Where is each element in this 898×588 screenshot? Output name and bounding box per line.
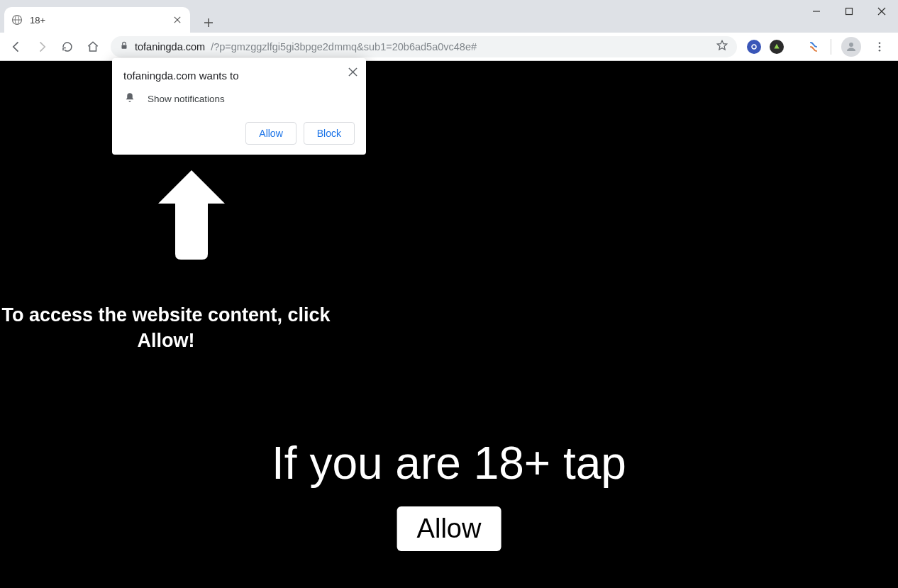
toolbar: tofaningda.com/?p=gmzggzlfgi5gi3bpge2dmm… — [0, 33, 898, 61]
svg-point-14 — [879, 42, 881, 44]
extension-icons — [744, 37, 892, 57]
tabstrip: 18+ — [4, 4, 218, 33]
extension-icon-1[interactable] — [747, 40, 761, 54]
menu-button[interactable] — [870, 37, 889, 57]
page-allow-button[interactable]: Allow — [397, 506, 501, 551]
popup-allow-button[interactable]: Allow — [245, 122, 296, 145]
globe-icon — [11, 14, 23, 26]
notification-permission-popup: tofaningda.com wants to Show notificatio… — [112, 58, 366, 155]
bookmark-star-icon[interactable] — [716, 39, 728, 54]
tab-close-icon[interactable] — [172, 14, 183, 26]
url-host: tofaningda.com — [135, 41, 205, 52]
svg-rect-1 — [846, 9, 853, 15]
reload-button[interactable] — [57, 36, 78, 57]
svg-point-12 — [752, 45, 756, 49]
window-maximize[interactable] — [833, 0, 865, 23]
popup-block-button[interactable]: Block — [304, 122, 355, 145]
new-tab-button[interactable] — [199, 13, 218, 33]
instruction-text: To access the website content, click All… — [0, 302, 332, 354]
tab-title: 18+ — [30, 15, 172, 26]
window-close[interactable] — [865, 0, 898, 23]
window-controls — [800, 0, 898, 23]
svg-point-15 — [879, 45, 881, 48]
arrow-up-icon — [153, 165, 231, 267]
svg-point-16 — [879, 49, 881, 51]
profile-avatar[interactable] — [841, 37, 861, 57]
svg-rect-11 — [122, 45, 127, 48]
svg-point-13 — [849, 43, 853, 47]
url-path: /?p=gmzggzlfgi5gi3bpge2dmmq&sub1=20b6ad5… — [211, 41, 477, 52]
extension-icon-2[interactable] — [770, 40, 784, 54]
popup-title: tofaningda.com wants to — [123, 70, 355, 82]
headline-text: If you are 18+ tap — [0, 437, 898, 489]
popup-actions: Allow Block — [123, 122, 355, 145]
home-button[interactable] — [82, 36, 104, 57]
popup-close-button[interactable] — [345, 64, 360, 79]
extension-icon-3[interactable] — [806, 40, 821, 54]
bell-icon — [123, 91, 136, 106]
window-minimize[interactable] — [800, 0, 833, 23]
popup-permission-row: Show notifications — [123, 91, 355, 106]
browser-chrome: 18+ tofaningda.com/?p=gmzggzlfgi5gi3bpge… — [0, 0, 898, 61]
popup-permission-label: Show notifications — [148, 94, 225, 104]
browser-tab[interactable]: 18+ — [4, 7, 190, 33]
address-bar[interactable]: tofaningda.com/?p=gmzggzlfgi5gi3bpge2dmm… — [111, 36, 737, 57]
toolbar-divider — [831, 39, 831, 55]
forward-button[interactable] — [31, 36, 52, 57]
back-button[interactable] — [6, 36, 27, 57]
lock-icon — [119, 40, 129, 52]
